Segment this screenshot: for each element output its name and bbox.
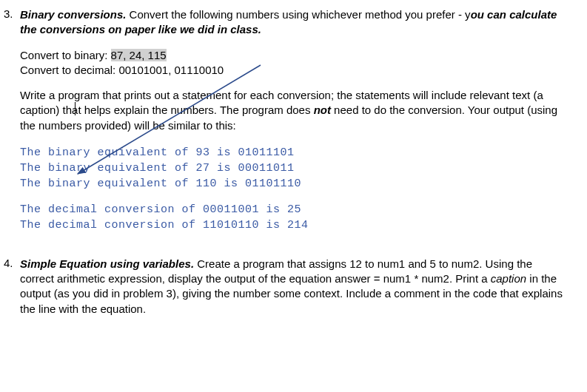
to-decimal-label: Convert to decimal: xyxy=(20,64,118,76)
problem-4-number: 4. xyxy=(4,257,20,327)
problem-3-intro: Binary conversions. Convert the followin… xyxy=(20,7,568,38)
problem-3-body: Binary conversions. Convert the followin… xyxy=(20,7,568,243)
to-binary-values: 87, 24, 115 xyxy=(111,49,167,61)
convert-to-binary-line: Convert to binary: 87, 24, 115 xyxy=(20,48,568,63)
problem-4: 4. Simple Equation using variables. Crea… xyxy=(4,257,568,327)
problem-3-intro-text: Convert the following numbers using whic… xyxy=(126,8,470,21)
text-caret-icon xyxy=(75,102,76,115)
output-line-4: The decimal conversion of 00011001 is 25 xyxy=(20,202,568,217)
problem-4-body: Simple Equation using variables. Create … xyxy=(20,257,568,327)
output-line-5: The decimal conversion of 11010110 is 21… xyxy=(20,217,568,233)
output-line-1: The binary equivalent of 93 is 01011101 xyxy=(20,145,568,160)
instruction-not: not xyxy=(314,104,331,116)
output-line-2: The binary equivalent of 27 is 00011011 xyxy=(20,160,568,176)
problem-4-text: Simple Equation using variables. Create … xyxy=(20,257,568,317)
output-line-3: The binary equivalent of 110 is 01101110 xyxy=(20,176,568,192)
problem-3-instruction: Write a program that prints out a statem… xyxy=(20,88,568,133)
problem-3: 3. Binary conversions. Convert the follo… xyxy=(4,7,568,243)
sample-output-block: The binary equivalent of 93 is 01011101 … xyxy=(20,145,568,233)
problem-3-title: Binary conversions. xyxy=(20,8,126,21)
caption-word: caption xyxy=(491,272,526,285)
problem-3-number: 3. xyxy=(4,7,20,243)
to-decimal-values: 00101001, 01110010 xyxy=(118,64,224,76)
problem-4-title: Simple Equation using variables. xyxy=(20,257,194,270)
to-binary-label: Convert to binary: xyxy=(20,49,111,61)
convert-to-decimal-line: Convert to decimal: 00101001, 01110010 xyxy=(20,63,568,78)
